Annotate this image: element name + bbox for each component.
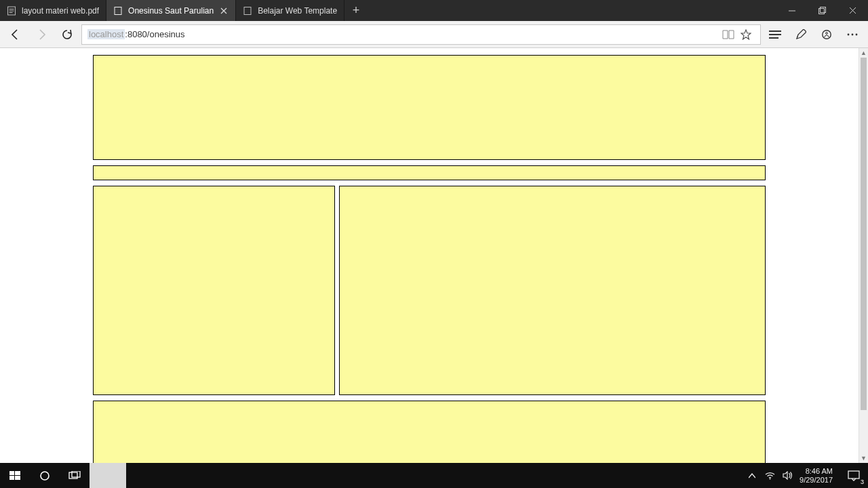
- vertical-scrollbar[interactable]: ▲ ▼: [859, 48, 868, 463]
- taskbar-app-placeholder[interactable]: [90, 463, 126, 488]
- close-icon[interactable]: [219, 6, 229, 16]
- action-center-button[interactable]: 3: [840, 463, 868, 488]
- minimize-button[interactable]: [776, 0, 807, 21]
- address-bar[interactable]: localhost:8080/onesinus: [81, 24, 761, 45]
- titlebar-drag-region: [368, 0, 776, 21]
- refresh-button[interactable]: [56, 24, 79, 45]
- task-view-button[interactable]: [60, 463, 90, 488]
- taskbar-clock[interactable]: 8:46 AM 9/29/2017: [800, 467, 833, 483]
- maximize-button[interactable]: [807, 0, 837, 21]
- svg-point-11: [852, 33, 854, 35]
- tab-label: Onesinus Saut Parulian: [128, 6, 214, 16]
- layout-nav-box: [93, 165, 766, 180]
- system-tray: 8:46 AM 9/29/2017: [740, 463, 840, 488]
- volume-icon[interactable]: [782, 470, 793, 481]
- url-path: :8080/onesinus: [125, 29, 184, 39]
- svg-point-9: [826, 32, 828, 34]
- tab-pdf[interactable]: layout materi web.pdf: [0, 0, 106, 21]
- svg-rect-6: [819, 9, 825, 14]
- favorite-star-icon[interactable]: [737, 26, 755, 43]
- browser-tab-bar: layout materi web.pdf Onesinus Saut Paru…: [0, 0, 868, 21]
- svg-rect-14: [15, 471, 20, 475]
- svg-rect-18: [69, 472, 77, 479]
- forward-button[interactable]: [30, 24, 53, 45]
- new-tab-button[interactable]: +: [344, 0, 368, 21]
- page-icon: [113, 6, 123, 16]
- url-host: localhost: [87, 29, 125, 39]
- svg-rect-3: [9, 12, 13, 13]
- svg-point-12: [856, 33, 858, 35]
- close-window-button[interactable]: [837, 0, 868, 21]
- browser-toolbar: localhost:8080/onesinus: [0, 21, 868, 48]
- svg-rect-5: [244, 7, 251, 14]
- reading-view-icon[interactable]: [719, 26, 737, 43]
- svg-point-17: [41, 472, 49, 480]
- notification-count: 3: [861, 479, 864, 485]
- svg-rect-7: [821, 7, 826, 13]
- scroll-down-icon[interactable]: ▼: [859, 453, 868, 463]
- layout-header-box: [93, 55, 766, 160]
- share-button[interactable]: [815, 24, 838, 45]
- tab-label: Belajar Web Template: [258, 6, 337, 16]
- svg-rect-1: [9, 9, 14, 9]
- svg-rect-2: [9, 10, 14, 11]
- layout-footer-box: [93, 401, 766, 463]
- scrollbar-thumb[interactable]: [861, 58, 867, 410]
- clock-time: 8:46 AM: [800, 467, 833, 475]
- svg-rect-21: [848, 471, 859, 479]
- svg-rect-15: [9, 476, 14, 480]
- page-icon: [243, 6, 252, 16]
- scroll-up-icon[interactable]: ▲: [859, 48, 868, 58]
- layout-container: [93, 55, 766, 463]
- clock-date: 9/29/2017: [800, 476, 833, 484]
- tab-label: layout materi web.pdf: [22, 6, 99, 16]
- back-button[interactable]: [4, 24, 27, 45]
- page-content: [0, 48, 859, 463]
- svg-rect-4: [115, 7, 121, 14]
- taskbar-spacer: [126, 463, 740, 488]
- svg-point-20: [769, 478, 770, 479]
- start-button[interactable]: [0, 463, 30, 488]
- layout-right-box: [339, 186, 766, 395]
- layout-columns: [93, 186, 766, 395]
- web-note-button[interactable]: [789, 24, 812, 45]
- svg-rect-13: [9, 471, 14, 475]
- hub-button[interactable]: [764, 24, 787, 45]
- svg-rect-19: [72, 471, 80, 477]
- tab-active[interactable]: Onesinus Saut Parulian: [106, 0, 236, 21]
- svg-point-8: [823, 30, 831, 38]
- svg-rect-16: [15, 476, 20, 480]
- tray-chevron-up-icon[interactable]: [747, 470, 757, 481]
- cortana-button[interactable]: [30, 463, 60, 488]
- page-viewport: ▲ ▼: [0, 48, 868, 463]
- svg-point-10: [848, 33, 850, 35]
- windows-taskbar: 8:46 AM 9/29/2017 3: [0, 463, 868, 488]
- pdf-icon: [7, 6, 16, 16]
- tab-template[interactable]: Belajar Web Template: [236, 0, 344, 21]
- layout-left-box: [93, 186, 335, 395]
- wifi-icon[interactable]: [764, 470, 775, 481]
- more-button[interactable]: [841, 24, 864, 45]
